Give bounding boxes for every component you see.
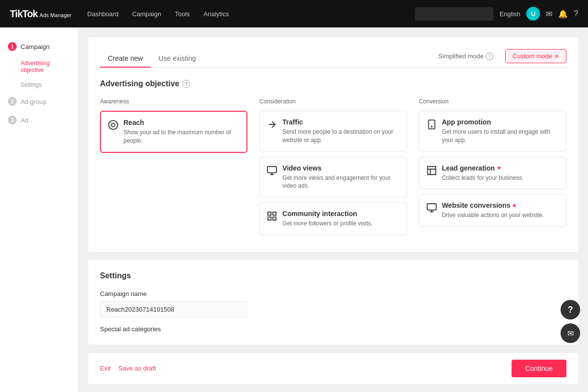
advertising-objective-title: Advertising objective ?	[100, 79, 566, 88]
conversion-label: Conversion	[419, 98, 566, 105]
objective-card: Create new Use existing Simplified mode …	[88, 37, 578, 252]
bell-icon[interactable]: 🔔	[558, 9, 568, 19]
awareness-label: Awareness	[100, 98, 247, 105]
objective-video-views[interactable]: Video views Get more views and engagemen…	[259, 157, 407, 198]
nav-analytics[interactable]: Analytics	[203, 10, 229, 18]
advertising-objective-text: Advertising objective	[100, 79, 179, 88]
objective-app-promotion[interactable]: App promotion Get more users to install …	[419, 111, 566, 152]
consideration-label: Consideration	[259, 98, 407, 105]
website-conversions-icon	[426, 202, 437, 216]
community-content: Community interaction Get more followers…	[282, 210, 372, 228]
svg-rect-2	[268, 166, 276, 172]
floating-help-button[interactable]: ?	[561, 300, 580, 319]
avatar[interactable]: U	[526, 7, 540, 21]
lead-generation-badge: ★	[497, 165, 501, 171]
topbar: TikTok Ads Manager Dashboard Campaign To…	[0, 0, 588, 27]
svg-rect-5	[268, 217, 271, 220]
nav-tools[interactable]: Tools	[175, 10, 190, 18]
category-awareness: Awareness Reach Show your ad to the maxi…	[100, 98, 247, 240]
website-conversions-desc: Drive valuable actions on your website.	[442, 211, 544, 220]
nav-dashboard[interactable]: Dashboard	[87, 10, 119, 18]
help-icon[interactable]: ?	[574, 9, 578, 18]
continue-button[interactable]: Continue	[512, 360, 566, 377]
lead-generation-content: Lead generation ★ Collect leads for your…	[442, 164, 524, 182]
objective-reach[interactable]: Reach Show your ad to the maximum number…	[100, 111, 247, 153]
custom-mode-btn[interactable]: Custom mode ✕	[505, 49, 566, 63]
community-icon	[267, 211, 277, 224]
website-conversions-title: Website conversions ★	[442, 201, 544, 209]
step-label-campaign: Campaign	[21, 43, 49, 50]
category-consideration: Consideration Traffic Send more people t…	[259, 98, 407, 240]
floating-buttons: ? ✉	[561, 300, 580, 343]
step-label-ad-group: Ad group	[21, 98, 47, 105]
logo: TikTok Ads Manager	[10, 8, 72, 20]
lead-generation-title: Lead generation ★	[442, 164, 524, 172]
mail-icon[interactable]: ✉	[546, 9, 552, 19]
svg-point-8	[431, 126, 432, 127]
video-views-title: Video views	[282, 164, 399, 172]
simplified-info-icon[interactable]: ?	[486, 52, 493, 60]
custom-mode-label: Custom mode	[513, 52, 552, 60]
campaign-name-input[interactable]	[100, 301, 247, 318]
simplified-mode-btn[interactable]: Simplified mode ?	[432, 49, 501, 63]
sidebar-item-ad[interactable]: 3 Ad	[0, 111, 78, 129]
sidebar-substep-settings[interactable]: Settings	[0, 77, 78, 92]
nav-campaign[interactable]: Campaign	[132, 10, 161, 18]
reach-content: Reach Show your ad to the maximum number…	[123, 119, 240, 145]
step-number-ad-group: 2	[8, 97, 17, 106]
reach-icon	[108, 120, 119, 133]
main-content: Create new Use existing Simplified mode …	[78, 27, 588, 392]
traffic-content: Traffic Send more people to a destinatio…	[282, 118, 399, 145]
video-views-content: Video views Get more views and engagemen…	[282, 164, 399, 191]
settings-card: Settings Campaign name Special ad catego…	[88, 260, 578, 344]
ads-manager-label: Ads Manager	[40, 12, 72, 18]
objective-community-interaction[interactable]: Community interaction Get more followers…	[259, 202, 407, 235]
settings-title: Settings	[100, 271, 566, 280]
objective-traffic[interactable]: Traffic Send more people to a destinatio…	[259, 111, 407, 152]
step-number-ad: 3	[8, 116, 17, 124]
simplified-mode-label: Simplified mode	[439, 52, 484, 60]
app-promotion-title: App promotion	[442, 118, 559, 126]
reach-desc: Show your ad to the maximum number of pe…	[123, 128, 240, 145]
objective-website-conversions[interactable]: Website conversions ★ Drive valuable act…	[419, 194, 566, 227]
floating-chat-button[interactable]: ✉	[561, 323, 580, 343]
bottom-bar: Exit Save as draft Continue	[88, 352, 578, 384]
traffic-title: Traffic	[282, 118, 399, 126]
layout: 1 Campaign Advertising objective Setting…	[0, 27, 588, 392]
save-draft-button[interactable]: Save as draft	[119, 365, 156, 372]
custom-mode-close-icon[interactable]: ✕	[554, 53, 559, 60]
objective-lead-generation[interactable]: Lead generation ★ Collect leads for your…	[419, 157, 566, 190]
topbar-right: English U ✉ 🔔 ?	[415, 7, 578, 21]
language-selector[interactable]: English	[499, 10, 520, 18]
traffic-icon	[267, 119, 277, 132]
lead-generation-desc: Collect leads for your business.	[442, 174, 524, 182]
website-conversions-content: Website conversions ★ Drive valuable act…	[442, 201, 544, 220]
tabs-container: Create new Use existing Simplified mode …	[100, 49, 566, 68]
website-conversions-badge: ★	[512, 203, 516, 208]
sidebar-item-campaign[interactable]: 1 Campaign	[0, 37, 78, 56]
app-promotion-content: App promotion Get more users to install …	[442, 118, 559, 145]
svg-rect-6	[273, 217, 276, 220]
sidebar-item-ad-group[interactable]: 2 Ad group	[0, 92, 78, 111]
tab-create-new[interactable]: Create new	[100, 49, 151, 67]
svg-point-0	[109, 121, 118, 129]
sidebar-substep-advertising-objective[interactable]: Advertising objective	[0, 56, 78, 77]
sidebar: 1 Campaign Advertising objective Setting…	[0, 27, 78, 392]
app-promotion-desc: Get more users to install and engage wit…	[442, 128, 559, 145]
tiktok-wordmark: TikTok	[10, 8, 38, 20]
video-views-desc: Get more views and engagement for your v…	[282, 174, 399, 191]
reach-title: Reach	[123, 119, 240, 126]
video-views-icon	[267, 165, 277, 178]
svg-point-1	[111, 123, 115, 126]
app-promotion-icon	[426, 119, 437, 132]
objective-info-icon[interactable]: ?	[182, 80, 190, 88]
traffic-desc: Send more people to a destination on you…	[282, 128, 399, 145]
step-label-ad: Ad	[21, 117, 28, 124]
tab-use-existing[interactable]: Use existing	[151, 49, 204, 67]
search-input[interactable]	[415, 7, 493, 21]
community-title: Community interaction	[282, 210, 372, 218]
lead-generation-icon	[426, 165, 437, 178]
svg-rect-9	[427, 204, 436, 210]
exit-button[interactable]: Exit	[100, 365, 111, 372]
campaign-name-label: Campaign name	[100, 290, 566, 297]
